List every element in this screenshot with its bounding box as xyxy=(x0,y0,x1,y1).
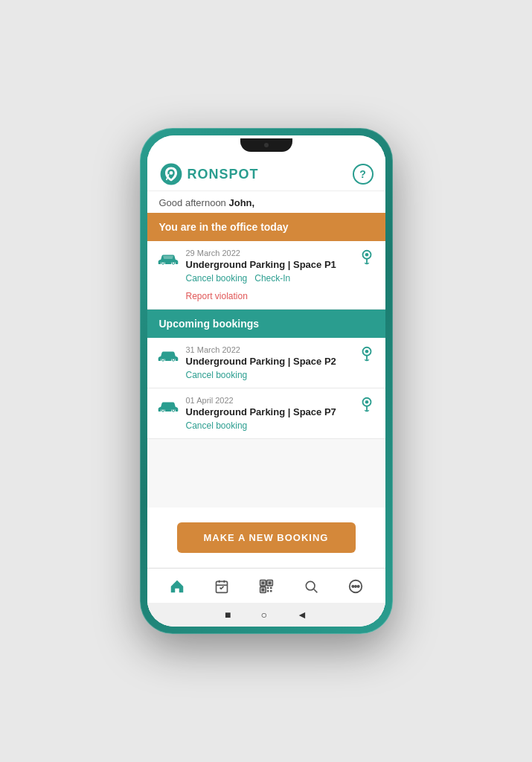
today-violation-link[interactable]: Report violation xyxy=(186,291,248,301)
today-booking-item: 29 March 2022 Underground Parking | Spac… xyxy=(147,241,385,310)
svg-rect-22 xyxy=(261,581,264,584)
svg-point-11 xyxy=(172,359,173,361)
upcoming-map-pin-icon-1[interactable] xyxy=(359,396,375,416)
camera xyxy=(264,143,269,147)
make-booking-button[interactable]: MAKE A NEW BOOKING xyxy=(177,522,356,553)
svg-point-31 xyxy=(306,581,315,590)
upcoming-booking-actions-0: Cancel booking xyxy=(186,370,351,380)
help-button[interactable]: ? xyxy=(353,164,374,185)
svg-rect-28 xyxy=(270,587,272,589)
app-title: RONSPOT xyxy=(188,167,259,182)
svg-rect-30 xyxy=(270,590,272,592)
today-booking-actions: Cancel booking Check-In Report violation xyxy=(186,273,351,301)
svg-point-16 xyxy=(161,410,163,412)
bottom-nav xyxy=(147,568,385,603)
upcoming-header-text: Upcoming bookings xyxy=(159,318,260,330)
android-back-btn[interactable]: ◄ xyxy=(297,609,307,621)
svg-point-19 xyxy=(365,400,368,404)
upcoming-car-icon-0 xyxy=(158,348,179,368)
today-banner: You are in the office today xyxy=(147,213,385,241)
svg-point-7 xyxy=(365,253,368,257)
svg-rect-24 xyxy=(268,581,271,584)
upcoming-map-pin-icon-0[interactable] xyxy=(359,345,375,365)
nav-home[interactable] xyxy=(164,574,190,598)
today-booking-details: 29 March 2022 Underground Parking | Spac… xyxy=(186,249,351,301)
upcoming-cancel-link-1[interactable]: Cancel booking xyxy=(186,420,248,431)
greeting: Good afternoon John, xyxy=(147,191,385,213)
android-nav: ■ ○ ◄ xyxy=(147,603,385,627)
svg-rect-29 xyxy=(266,590,269,592)
upcoming-booking-actions-1: Cancel booking xyxy=(186,420,351,431)
logo-area: RONSPOT xyxy=(159,162,259,186)
svg-rect-26 xyxy=(261,589,264,592)
app-header: RONSPOT ? xyxy=(147,156,385,191)
svg-rect-27 xyxy=(266,587,269,589)
today-cancel-link[interactable]: Cancel booking xyxy=(186,273,248,284)
svg-point-5 xyxy=(172,263,173,264)
upcoming-booking-location-0: Underground Parking | Space P2 xyxy=(186,356,351,367)
greeting-prefix: Good afternoon xyxy=(159,197,229,208)
upcoming-header: Upcoming bookings xyxy=(147,310,385,338)
make-booking-area: MAKE A NEW BOOKING xyxy=(147,508,385,568)
today-map-pin-icon[interactable] xyxy=(359,249,375,269)
nav-calendar[interactable] xyxy=(208,574,235,598)
bookings-scroll[interactable]: 29 March 2022 Underground Parking | Spac… xyxy=(147,241,385,508)
upcoming-booking-location-1: Underground Parking | Space P7 xyxy=(186,406,351,417)
today-booking-location: Underground Parking | Space P1 xyxy=(186,259,351,270)
status-bar xyxy=(147,135,385,156)
nav-search[interactable] xyxy=(298,574,324,598)
svg-point-13 xyxy=(365,350,368,353)
notch xyxy=(240,138,292,152)
upcoming-booking-item-1: 01 April 2022 Underground Parking | Spac… xyxy=(147,388,385,439)
nav-qr[interactable] xyxy=(253,574,280,598)
svg-point-17 xyxy=(172,410,173,412)
today-banner-text: You are in the office today xyxy=(159,221,289,233)
upcoming-cancel-link-0[interactable]: Cancel booking xyxy=(186,370,248,380)
svg-rect-20 xyxy=(216,581,227,592)
svg-point-35 xyxy=(357,586,359,587)
greeting-name: John, xyxy=(228,197,254,208)
phone-screen: RONSPOT ? Good afternoon John, You are i… xyxy=(147,135,385,627)
svg-point-1 xyxy=(169,171,173,175)
today-booking-date: 29 March 2022 xyxy=(186,249,351,257)
svg-point-34 xyxy=(354,586,356,587)
app-content: RONSPOT ? Good afternoon John, You are i… xyxy=(147,156,385,627)
android-square-btn[interactable]: ■ xyxy=(225,609,231,621)
android-circle-btn[interactable]: ○ xyxy=(261,609,267,621)
upcoming-booking-date-1: 01 April 2022 xyxy=(186,396,351,405)
upcoming-booking-details-0: 31 March 2022 Underground Parking | Spac… xyxy=(186,345,351,380)
logo-icon xyxy=(159,162,183,186)
nav-more[interactable] xyxy=(342,574,369,598)
svg-point-10 xyxy=(161,359,163,361)
upcoming-car-icon-1 xyxy=(158,399,179,418)
upcoming-booking-item-0: 31 March 2022 Underground Parking | Spac… xyxy=(147,338,385,388)
today-checkin-link[interactable]: Check-In xyxy=(254,273,290,284)
upcoming-booking-details-1: 01 April 2022 Underground Parking | Spac… xyxy=(186,396,351,431)
phone-frame: RONSPOT ? Good afternoon John, You are i… xyxy=(140,128,393,634)
upcoming-booking-date-0: 31 March 2022 xyxy=(186,345,351,354)
today-car-icon xyxy=(158,252,179,271)
svg-point-4 xyxy=(161,263,163,264)
svg-point-33 xyxy=(352,586,353,587)
